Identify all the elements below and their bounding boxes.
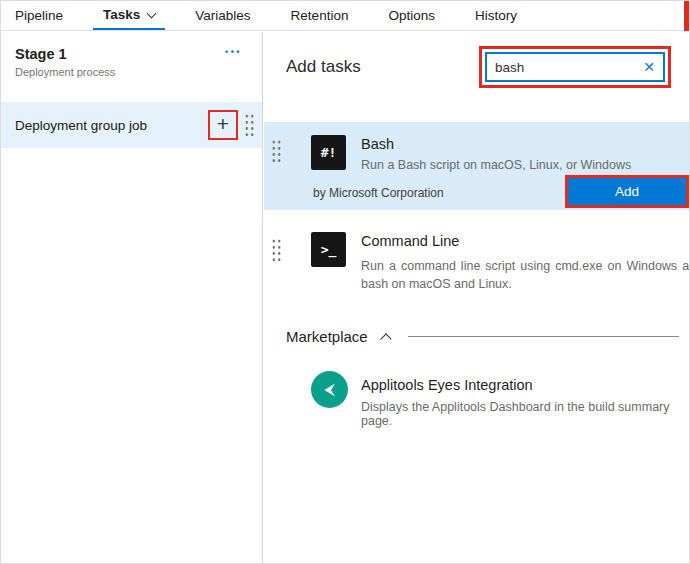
task-name: Bash (361, 136, 394, 152)
plus-icon: + (217, 113, 229, 134)
drag-handle-icon[interactable] (270, 237, 281, 264)
tab-pipeline-label: Pipeline (15, 8, 63, 23)
add-task-plus-button[interactable]: + (208, 110, 238, 140)
task-card-bash[interactable]: #! Bash Run a Bash script on macOS, Linu… (264, 122, 689, 210)
tab-retention[interactable]: Retention (281, 1, 359, 30)
add-button[interactable]: Add (568, 178, 686, 205)
job-label: Deployment group job (15, 118, 208, 133)
annotation-box-search: ✕ (479, 46, 671, 88)
annotation-box-add: Add (565, 175, 689, 208)
tab-variables-label: Variables (195, 8, 250, 23)
task-publisher: by Microsoft Corporation (313, 186, 444, 200)
deployment-group-job-item[interactable]: Deployment group job + (1, 102, 262, 148)
top-tab-bar: Pipeline Tasks Variables Retention Optio… (1, 1, 689, 31)
task-search-input[interactable] (495, 60, 637, 75)
applitools-logo-icon (311, 371, 348, 408)
task-search-box: ✕ (485, 52, 665, 82)
tab-history-label: History (475, 8, 517, 23)
panel-header: Add tasks ✕ (264, 32, 689, 88)
tab-retention-label: Retention (291, 8, 349, 23)
tab-options-label: Options (388, 8, 435, 23)
bash-task-icon: #! (311, 135, 346, 170)
stage-subtitle: Deployment process (15, 66, 248, 78)
marketplace-item-applitools[interactable]: Applitools Eyes Integration Displays the… (264, 371, 689, 431)
extension-description: Displays the Applitools Dashboard in the… (361, 400, 689, 428)
annotation-mark (684, 1, 689, 31)
chevron-up-icon (380, 333, 391, 344)
extension-name: Applitools Eyes Integration (361, 377, 533, 393)
task-description: Run a Bash script on macOS, Linux, or Wi… (361, 158, 689, 172)
panel-title: Add tasks (286, 57, 361, 77)
chevron-down-icon (147, 8, 157, 18)
stages-sidebar: Stage 1 Deployment process ••• Deploymen… (1, 32, 263, 563)
add-tasks-panel: Add tasks ✕ #! Bash Run a Bash script on… (264, 32, 689, 563)
task-name: Command Line (361, 233, 459, 249)
tab-pipeline[interactable]: Pipeline (5, 1, 73, 30)
stage-more-menu-button[interactable]: ••• (225, 48, 242, 57)
clear-search-icon[interactable]: ✕ (643, 60, 655, 74)
command-line-task-icon: >_ (311, 232, 346, 267)
section-divider (408, 336, 679, 337)
drag-handle-icon[interactable] (270, 138, 281, 165)
tab-tasks[interactable]: Tasks (93, 1, 165, 30)
stage-title: Stage 1 (15, 46, 248, 62)
stage-card[interactable]: Stage 1 Deployment process ••• (1, 32, 262, 78)
task-description: Run a command line script using cmd.exe … (361, 257, 689, 293)
release-pipeline-window: Pipeline Tasks Variables Retention Optio… (0, 0, 690, 564)
task-card-command-line[interactable]: >_ Command Line Run a command line scrip… (264, 228, 689, 312)
tab-variables[interactable]: Variables (185, 1, 260, 30)
tab-options[interactable]: Options (378, 1, 445, 30)
drag-handle-icon[interactable] (243, 112, 255, 138)
tab-tasks-label: Tasks (103, 7, 140, 22)
marketplace-section-header[interactable]: Marketplace (286, 328, 679, 345)
marketplace-label: Marketplace (286, 328, 368, 345)
tab-history[interactable]: History (465, 1, 527, 30)
